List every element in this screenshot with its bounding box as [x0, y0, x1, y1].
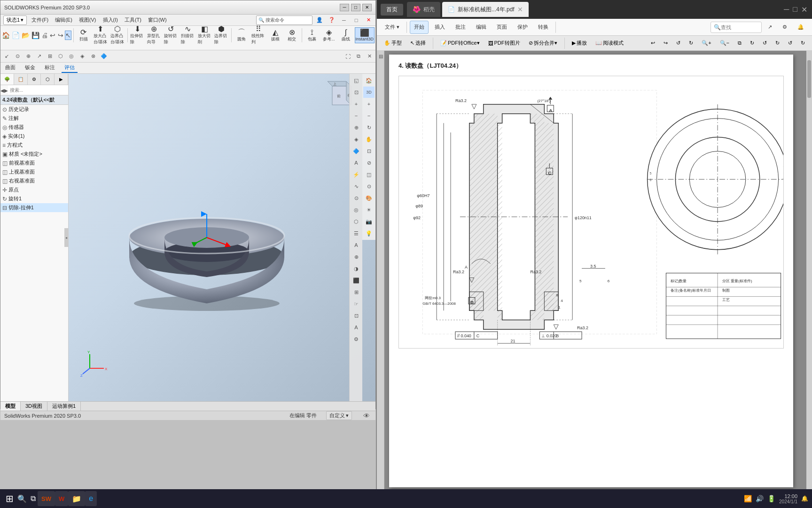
- taskbar-wps[interactable]: W: [55, 491, 68, 506]
- view-pan-btn[interactable]: ✋: [363, 134, 375, 145]
- view-camera-btn[interactable]: 📷: [363, 216, 375, 227]
- loft-cut-btn[interactable]: ◧ 放大切削: [197, 27, 213, 43]
- bottom-tab-motion[interactable]: 运动算例1: [47, 402, 81, 411]
- minimize-sw[interactable]: ─: [339, 16, 349, 25]
- pdf-rotate6-btn[interactable]: ↻: [797, 38, 808, 49]
- view-split-btn[interactable]: ⧉: [353, 52, 364, 61]
- tab-annotation[interactable]: 标注: [42, 63, 58, 73]
- vr2-btn-5[interactable]: ⊕: [351, 122, 362, 133]
- pdf-close-btn[interactable]: ✕: [800, 4, 808, 15]
- vr2-btn-16[interactable]: ⊕: [351, 251, 362, 262]
- view-rotate-btn[interactable]: ↻: [363, 122, 375, 133]
- tree-tab-properties[interactable]: 📋: [14, 74, 28, 85]
- tree-item-cut-extrude1[interactable]: ⊟ 切除-拉伸1: [0, 203, 68, 212]
- menu-tools[interactable]: 工具(T): [122, 16, 144, 24]
- visibility-toggle-btn[interactable]: 👁: [361, 411, 372, 421]
- quick-access-save[interactable]: 💾: [31, 31, 40, 40]
- vr2-btn-17[interactable]: ◑: [351, 263, 362, 274]
- tree-item-top-plane[interactable]: ◫ 上视基准面: [0, 167, 68, 176]
- small-tb-btn-10[interactable]: 🔷: [99, 52, 109, 61]
- pdf-read-mode-btn[interactable]: 📖 阅读模式: [592, 38, 627, 49]
- pdf-sidebar-nav[interactable]: ▤: [378, 53, 383, 60]
- tree-item-origin[interactable]: ✛ 原点: [0, 185, 68, 194]
- pdf-btn-page[interactable]: 页面: [492, 21, 511, 34]
- view-zoom-in-btn[interactable]: +: [363, 98, 375, 110]
- vr2-btn-7[interactable]: 🔷: [351, 145, 362, 157]
- maximize-button[interactable]: □: [351, 4, 360, 11]
- linear-pattern-btn[interactable]: ⠿ 线性阵列: [250, 27, 266, 43]
- pdf-office-tool[interactable]: 📝 PDF转Office▾: [437, 38, 483, 49]
- tree-back-btn[interactable]: ◀: [0, 85, 4, 95]
- view-scene-btn[interactable]: ☀: [363, 204, 375, 215]
- view-light-btn[interactable]: 💡: [363, 228, 375, 239]
- pdf-rotate2-btn[interactable]: ↻: [747, 38, 757, 49]
- extrude-boss-btn[interactable]: ⬆ 放大凸台/基体: [93, 27, 109, 43]
- close-viewport-btn[interactable]: ✕: [364, 52, 375, 61]
- small-tb-btn-7[interactable]: ◎: [66, 52, 77, 61]
- vr2-btn-2[interactable]: ⊡: [351, 87, 362, 98]
- bottom-tab-model[interactable]: 模型: [0, 402, 21, 411]
- pdf-img-tool[interactable]: 🖼 PDF转图片: [485, 38, 523, 49]
- pdf-hand-tool[interactable]: ✋ 手型: [381, 38, 405, 49]
- scan-btn[interactable]: ⟳ 扫描: [76, 27, 92, 43]
- quick-access-redo[interactable]: ↪: [57, 31, 63, 40]
- pdf-tab-close-btn[interactable]: ✕: [517, 6, 523, 13]
- pdf-rotate-left-btn[interactable]: ↺: [673, 38, 684, 49]
- taskbar-fileexplorer[interactable]: 📁: [68, 491, 85, 506]
- vr2-btn-4[interactable]: −: [351, 110, 362, 121]
- search-btn[interactable]: 🔍: [16, 492, 29, 505]
- quick-access-open[interactable]: 📂: [21, 31, 30, 40]
- menu-edit[interactable]: 编辑(E): [52, 16, 75, 24]
- instant3d-btn[interactable]: ⬛ Instant3D: [355, 27, 375, 43]
- pdf-settings-btn[interactable]: ⚙: [778, 21, 791, 34]
- vr2-btn-11[interactable]: ⊙: [351, 192, 362, 204]
- pdf-doc-tab[interactable]: 📄 新标准机械图...4年.pdf ✕: [442, 2, 529, 17]
- panel-collapse-handle[interactable]: ◂: [64, 228, 68, 247]
- vr2-btn-6[interactable]: ◈: [351, 134, 362, 145]
- pdf-notify-btn[interactable]: 🔔: [793, 21, 808, 34]
- intersect-btn[interactable]: ⊗ 相交: [284, 27, 300, 43]
- view-zoom-fit-btn[interactable]: ⊡: [363, 145, 375, 157]
- tree-item-solid[interactable]: ◈ 实体(1): [0, 132, 68, 141]
- sw-viewport[interactable]: 前 上 右: [69, 74, 375, 401]
- pdf-split-tool[interactable]: ⊘ 拆分合并▾: [525, 38, 561, 49]
- menu-file[interactable]: 文件(F): [29, 16, 51, 24]
- pdf-menu-file[interactable]: 文件 ▾: [381, 21, 404, 34]
- menu-window[interactable]: 窗口(W): [145, 16, 170, 24]
- pdf-btn-annotate[interactable]: 批注: [451, 21, 470, 34]
- tree-tab-next[interactable]: ▶: [55, 74, 68, 85]
- taskbar-browser[interactable]: e: [85, 491, 97, 506]
- vr2-btn-9[interactable]: ⚡: [351, 169, 362, 180]
- pdf-share-btn[interactable]: ↗: [764, 21, 776, 34]
- tray-notifications[interactable]: 🔔: [801, 495, 808, 502]
- pdf-undo-btn[interactable]: ↩: [648, 38, 658, 49]
- bottom-tab-3dview[interactable]: 3D视图: [21, 402, 47, 411]
- restore-sw[interactable]: □: [351, 16, 361, 25]
- vr2-btn-19[interactable]: ⊞: [351, 286, 362, 298]
- view-display-btn[interactable]: ◫: [363, 169, 375, 180]
- tree-item-annotation[interactable]: ✎ 注解: [0, 114, 68, 123]
- taskbar-solidworks[interactable]: SW: [38, 491, 55, 506]
- state-dropdown[interactable]: 状态1 ▾: [3, 16, 27, 25]
- small-tb-btn-9[interactable]: ⊗: [88, 52, 98, 61]
- pdf-redo-btn[interactable]: ↪: [660, 38, 671, 49]
- vr2-btn-18[interactable]: ⬛: [351, 275, 362, 286]
- small-tb-btn-2[interactable]: ⊙: [12, 52, 23, 61]
- tab-sheet-metal[interactable]: 钣金: [22, 63, 38, 73]
- pdf-zoom-in-tb[interactable]: 🔍+: [698, 38, 714, 49]
- pdf-search-input[interactable]: [721, 24, 758, 30]
- view-home-btn[interactable]: 🏠: [363, 75, 375, 86]
- vr2-btn-15[interactable]: A: [351, 239, 362, 251]
- vr2-btn-20[interactable]: ☞: [351, 298, 362, 310]
- boundary-cut-btn[interactable]: ⬢ 边界切除: [213, 27, 229, 43]
- pdf-play-btn[interactable]: ▶ 播放: [569, 38, 590, 49]
- vr2-btn-8[interactable]: A: [351, 157, 362, 168]
- sweep-cut-btn[interactable]: ∿ 扫描切除: [180, 27, 196, 43]
- vr2-btn-22[interactable]: A: [351, 322, 362, 333]
- tree-search-input[interactable]: [8, 85, 69, 95]
- pdf-btn-edit[interactable]: 编辑: [472, 21, 491, 34]
- close-sw[interactable]: ✕: [363, 16, 374, 25]
- extrude-cut-btn[interactable]: ⬇ 拉伸切除: [129, 27, 145, 43]
- vr2-btn-1[interactable]: ◱: [351, 75, 362, 86]
- pdf-zoom-out-tb[interactable]: 🔍−: [717, 38, 733, 49]
